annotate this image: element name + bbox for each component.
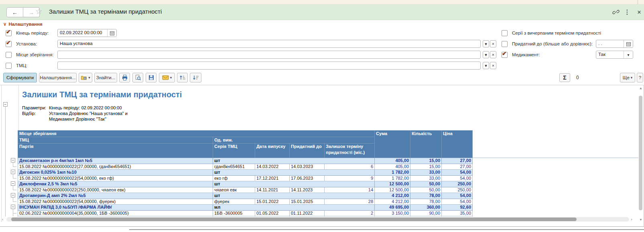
period-calendar-button[interactable]	[107, 29, 116, 37]
horizontal-scrollbar-thumb[interactable]	[11, 218, 577, 221]
more-menu-button[interactable]: ⋮	[623, 8, 632, 16]
expand-groups-button[interactable]	[190, 73, 201, 82]
table-row-group[interactable]: Дротаверин-Д амп 2% 2мл №5шт4 212,0078,0…	[18, 193, 473, 199]
find-button[interactable]: Знайти...	[94, 73, 117, 82]
tmc-clear-button[interactable]: ×	[490, 62, 496, 69]
generate-button[interactable]: Сформувати	[3, 73, 37, 82]
header-issue-date[interactable]: Дата випуску	[255, 144, 290, 158]
valid-until-input[interactable]: . .	[596, 40, 633, 48]
chevron-down-icon: ▾	[88, 76, 90, 80]
storage-checkbox[interactable]: ✔	[6, 52, 12, 58]
close-button[interactable]: ✕	[635, 8, 644, 16]
header-valid-to[interactable]: Придатний до	[290, 144, 325, 158]
more-actions-button[interactable]: Ще▾	[620, 73, 635, 82]
report-table[interactable]: Місце зберігання Сума Кількість Ціна ТМЦ…	[18, 130, 473, 217]
header-price[interactable]: Ціна	[442, 131, 473, 158]
get-link-button[interactable]	[611, 8, 620, 16]
batch-cell: 15.08.2022 №000000000022(54,00000, еко г…	[18, 175, 213, 181]
valid-to-cell: 14.03.2023	[290, 164, 325, 170]
storage-clear-button[interactable]: ×	[490, 51, 496, 58]
table-row-detail[interactable]: 15.08.2022 №000000000022(250,00000, чяае…	[18, 187, 473, 193]
filter-line-1: Установа Дорівнює "Наша установа" и	[49, 111, 128, 116]
header-shelf-left[interactable]: Залишок терміну придатності (міс.)	[325, 144, 375, 158]
check-icon: ✔	[502, 50, 507, 57]
valid-until-value[interactable]: . .	[596, 40, 624, 47]
scroll-up-icon[interactable]: ▲	[639, 86, 642, 90]
back-button[interactable]: ←	[6, 7, 23, 17]
tmc-checkbox[interactable]: ✔	[6, 63, 12, 69]
link-icon	[612, 8, 620, 16]
shelf-left-cell: 9	[325, 175, 375, 181]
header-storage[interactable]: Місце зберігання	[18, 131, 375, 137]
header-batch[interactable]: Партія	[18, 144, 213, 158]
table-row-group[interactable]: Диклофенак 2,5 % 3мл №5шт12 500,0050,002…	[18, 181, 473, 187]
period-checkbox[interactable]: ✔	[6, 30, 12, 36]
header-series[interactable]: Серія ТМЦ	[213, 144, 255, 158]
settings-collapse-link[interactable]: ∨Налаштування	[3, 21, 43, 27]
print-button[interactable]	[119, 73, 130, 82]
table-row-detail[interactable]: 18.04.2022 №000000000014(52,50000)2 140,…	[18, 216, 473, 217]
report-variants-button[interactable]: ▾	[79, 73, 92, 82]
table-row-detail[interactable]: 15.08.2022 №000000000022(54,00000, фуере…	[18, 199, 473, 205]
medicament-dropdown-button[interactable]: ▾	[624, 51, 633, 58]
tmc-value[interactable]	[58, 62, 480, 69]
medicament-value[interactable]: Так	[596, 51, 624, 58]
help-button[interactable]: ?	[637, 73, 643, 82]
header-sum[interactable]: Сума	[375, 131, 410, 158]
institution-value[interactable]: Наша установа	[58, 40, 480, 47]
table-row-detail[interactable]: 15.08.2022 №000000000022(27,00000, гдан8…	[18, 164, 473, 170]
expired-series-checkbox[interactable]: ✔	[502, 30, 508, 36]
scroll-right-icon[interactable]: ›	[631, 217, 632, 222]
valid-until-checkbox[interactable]: ✔	[502, 41, 508, 47]
medicament-checkbox[interactable]: ✔	[502, 52, 508, 58]
tmc-dropdown-button[interactable]: ▾	[483, 62, 489, 69]
table-row-group[interactable]: Дигоксин 0,025% 1мл №10шт1 782,0033,0054…	[18, 170, 473, 176]
storage-dropdown-button[interactable]: ▾	[483, 51, 489, 58]
tmc-input[interactable]	[57, 62, 481, 70]
report-settings-button[interactable]: Налаштування...	[39, 73, 77, 82]
batch-cell: 02.06.2022 №000000000004(35,00000, 1БВ -…	[18, 210, 213, 216]
institution-checkbox[interactable]: ✔	[6, 41, 12, 47]
institution-dropdown-button[interactable]: ▾	[483, 40, 489, 47]
sum-cell: 405,00	[375, 158, 410, 164]
price-cell: 92,60	[442, 205, 473, 211]
frozen-header-line	[472, 158, 638, 158]
preview-button[interactable]	[132, 73, 143, 82]
favorite-star-icon[interactable]: ☆	[35, 6, 43, 16]
medicament-label: Медикамент:	[512, 51, 540, 59]
institution-clear-button[interactable]: ×	[490, 40, 496, 47]
kebab-icon: ⋮	[624, 8, 630, 16]
collapse-report-button[interactable]: −	[3, 102, 8, 107]
batch-cell: 15.08.2022 №000000000022(54,00000, фуере…	[18, 199, 213, 205]
unit-cell: шт	[213, 193, 375, 199]
header-qty[interactable]: Кількість	[410, 131, 442, 158]
scroll-down-icon[interactable]: ▼	[639, 218, 642, 222]
sum-cell: 12 500,00	[375, 187, 410, 193]
send-mail-button[interactable]: ▾	[159, 73, 175, 82]
unit-cell: мл	[213, 205, 375, 211]
table-row-detail[interactable]: 02.06.2022 №000000000004(35,00000, 1БВ -…	[18, 210, 473, 216]
valid-until-calendar-button[interactable]	[624, 40, 633, 47]
issue-date-cell: 15.01.2022	[255, 199, 290, 205]
medicament-select[interactable]: Так ▾	[596, 51, 633, 59]
header-unit[interactable]: Од. вим.	[213, 137, 375, 144]
table-row-group[interactable]: Дексаметазон р-н 4мг/мл 1мл №5шт405,0015…	[18, 158, 473, 164]
collapse-groups-button[interactable]	[177, 73, 188, 82]
institution-input[interactable]: Наша установа	[57, 40, 481, 48]
sum-cell: 49 695,00	[375, 205, 410, 211]
autosum-button[interactable]: Σ	[559, 73, 570, 82]
unit-cell: шт	[213, 170, 375, 176]
table-row-group[interactable]: ІНСУМАН РАПІД 3,0 №5/УП /ФАРМА ЛАЙФ/мл49…	[18, 205, 473, 211]
vertical-scrollbar-thumb[interactable]	[639, 96, 642, 210]
issue-date-cell: 14.11.2021	[255, 187, 290, 193]
scroll-left-icon[interactable]: ‹	[2, 217, 4, 222]
header-tmc[interactable]: ТМЦ	[18, 137, 213, 144]
arrow-up-list-icon	[179, 74, 186, 81]
chevron-down-icon: ▾	[631, 76, 633, 80]
storage-value[interactable]	[58, 51, 480, 58]
period-value[interactable]: 02.09.2022 00:00:00	[58, 29, 107, 37]
table-row-detail[interactable]: 15.08.2022 №000000000022(54,00000, еко г…	[18, 175, 473, 181]
storage-input[interactable]	[57, 51, 481, 59]
period-input[interactable]: 02.09.2022 00:00:00	[57, 29, 117, 37]
save-button[interactable]	[146, 73, 156, 82]
